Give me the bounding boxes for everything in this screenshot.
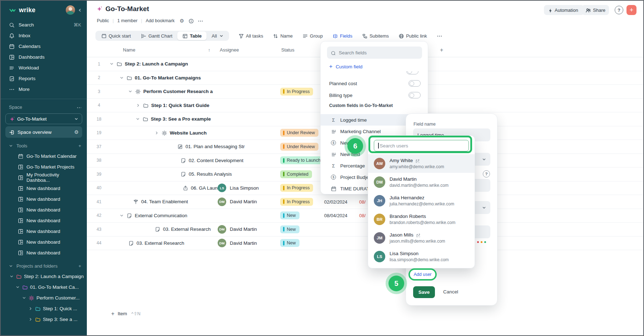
status-badge[interactable]: In Progress: [280, 198, 313, 206]
chevron-right-icon[interactable]: [136, 103, 140, 107]
task-name[interactable]: 02. Content Development: [189, 158, 243, 163]
sidebar-tree-gtm-campaigns[interactable]: 01. Go-To Market Ca...: [1, 282, 87, 292]
start-date[interactable]: 08/04/2024: [324, 213, 347, 218]
task-name[interactable]: 01. Go-To Market Campaigns: [135, 75, 201, 81]
info-icon[interactable]: [188, 18, 193, 23]
sidebar-item-new-dashboard[interactable]: New dashboard: [1, 226, 87, 237]
chevron-down-icon[interactable]: [110, 62, 114, 66]
create-button[interactable]: +: [626, 5, 636, 15]
sidebar-item-inbox[interactable]: Inbox: [1, 30, 87, 41]
chevron-down-icon[interactable]: [16, 285, 20, 289]
group-button[interactable]: Group: [302, 33, 323, 39]
task-name[interactable]: External Communication: [135, 213, 187, 218]
task-name[interactable]: 05. Results Analysis: [189, 171, 232, 177]
status-badge[interactable]: Completed: [280, 170, 312, 178]
chevron-right-icon[interactable]: [155, 131, 159, 135]
sidebar-item-gtm-projects[interactable]: Go-To Market Projects: [1, 161, 87, 172]
sidebar-item-dashboards[interactable]: Dashboards: [1, 52, 87, 62]
task-name[interactable]: 03. External Research: [163, 227, 211, 232]
search-fields-input[interactable]: [338, 50, 418, 56]
table-row[interactable]: 43 03. External Research DM David Martin…: [87, 223, 643, 237]
view-scope-dropdown[interactable]: All: [207, 31, 228, 41]
sidebar-item-productivity-dashboard[interactable]: My Productivity Dashboa...: [1, 172, 87, 183]
sidebar-item-gtm-calendar[interactable]: Go-To Market Calendar: [1, 151, 87, 161]
add-tool-icon[interactable]: +: [78, 143, 81, 148]
user-option[interactable]: AW Amy White amy.white@demo.wrike.com: [368, 154, 475, 173]
user-option[interactable]: BR Brandon Roberts brandon.roberts@demo.…: [368, 210, 475, 229]
toggle-off[interactable]: [408, 92, 421, 98]
space-selector[interactable]: Go-To-Market: [5, 113, 82, 124]
sort-by-name[interactable]: Name: [273, 33, 293, 39]
add-item-button[interactable]: + Item ^⇧N: [87, 307, 643, 321]
chevron-down-icon[interactable]: [128, 89, 132, 93]
filter-all-tasks[interactable]: All tasks: [238, 33, 263, 39]
status-badge[interactable]: New: [280, 225, 299, 233]
sidebar-tree-step1[interactable]: Step 1: Quick ...: [1, 303, 87, 314]
save-button[interactable]: Save: [413, 286, 435, 298]
fields-button[interactable]: Fields: [332, 33, 352, 39]
status-badge[interactable]: Under Review: [280, 143, 318, 151]
cancel-button[interactable]: Cancel: [443, 289, 458, 294]
add-custom-field-button[interactable]: + Custom field: [329, 64, 362, 69]
status-badge[interactable]: Under Review: [280, 129, 318, 137]
sidebar-item-new-dashboard[interactable]: New dashboard: [1, 204, 87, 215]
due-date[interactable]: 08/: [359, 213, 366, 218]
chevron-down-icon[interactable]: [9, 264, 13, 268]
toggle-off[interactable]: [408, 80, 421, 87]
due-date[interactable]: 08/: [359, 199, 366, 204]
chevron-down-icon[interactable]: [9, 144, 13, 148]
add-project-icon[interactable]: +: [78, 263, 81, 269]
assignee-cell[interactable]: DM David Martin: [218, 239, 257, 247]
search-fields-box[interactable]: [327, 47, 422, 59]
public-link-button[interactable]: Public link: [398, 33, 427, 39]
sidebar-tree-step2[interactable]: Step 2: Launch a Campaign: [1, 271, 87, 282]
sidebar-item-new-dashboard[interactable]: New dashboard: [1, 237, 87, 247]
sidebar-item-search[interactable]: Search ⌘K: [1, 19, 87, 30]
visibility-label[interactable]: Public: [97, 18, 109, 23]
user-option[interactable]: LS Lisa Simpson lisa.simpson@demo.wrike.…: [368, 247, 475, 266]
chevron-down-icon[interactable]: [10, 274, 14, 278]
sidebar-item-calendars[interactable]: Calendars: [1, 41, 87, 52]
chevron-down-icon[interactable]: [120, 76, 124, 80]
sort-arrow-icon[interactable]: ↑: [208, 47, 210, 53]
share-button[interactable]: Share: [582, 5, 609, 15]
sidebar-item-more[interactable]: More: [1, 84, 87, 94]
space-more-icon[interactable]: [76, 105, 81, 109]
sidebar-item-new-dashboard[interactable]: New dashboard: [1, 247, 87, 258]
sidebar-tree-step3[interactable]: Step 3: See a ...: [1, 314, 87, 325]
add-user-button[interactable]: Add user: [408, 268, 437, 281]
tab-gantt-chart[interactable]: Gantt Chart: [136, 31, 177, 41]
gear-icon[interactable]: ⚙: [74, 129, 79, 135]
gear-icon[interactable]: ⚙: [179, 18, 184, 23]
status-badge[interactable]: New: [280, 211, 299, 219]
task-name[interactable]: Step 3: See a Pro example: [151, 116, 211, 122]
help-icon[interactable]: ?: [483, 170, 490, 177]
chevron-down-icon[interactable]: [136, 117, 140, 121]
user-option[interactable]: JM Jason Mills jason.mills@demo.wrike.co…: [368, 229, 475, 247]
assignee-cell[interactable]: DM David Martin: [218, 225, 257, 234]
table-row[interactable]: 42 External Communication New 08/04/2024…: [87, 209, 643, 223]
members-label[interactable]: 1 member: [117, 18, 137, 23]
start-date[interactable]: 02/02/2024: [324, 199, 347, 204]
more-dots-icon[interactable]: [198, 18, 203, 23]
column-header-name[interactable]: Name: [123, 47, 135, 53]
tab-quick-start[interactable]: Quick start: [96, 31, 136, 41]
column-header-assignee[interactable]: Assignee: [220, 47, 239, 53]
sidebar-item-new-dashboard[interactable]: New dashboard: [1, 215, 87, 226]
add-bookmark-link[interactable]: Add bookmark: [146, 18, 175, 23]
status-badge[interactable]: In Progress: [280, 184, 313, 192]
chevron-right-icon[interactable]: [29, 317, 33, 321]
table-row[interactable]: 44 03. External Research DM David Martin…: [87, 237, 643, 250]
table-row[interactable]: 41 04. Team Enablement DM David Martin I…: [87, 195, 643, 209]
chevron-down-icon[interactable]: [120, 214, 124, 218]
task-name[interactable]: Website Launch: [170, 130, 207, 136]
task-name[interactable]: Step 1: Quick Start Guide: [151, 103, 209, 108]
automation-button[interactable]: Automation: [544, 5, 584, 15]
task-name[interactable]: Perform Customer Research a: [143, 89, 213, 94]
user-option[interactable]: DM David Martin david.martin@demo.wrike.…: [368, 173, 475, 191]
sidebar-item-workload[interactable]: Workload: [1, 62, 87, 73]
sidebar-item-reports[interactable]: Reports: [1, 73, 87, 84]
tab-table[interactable]: Table: [177, 31, 207, 40]
assignee-cell[interactable]: LS Lisa Simpson: [218, 184, 259, 192]
sidebar-item-new-dashboard[interactable]: New dashboard: [1, 194, 87, 204]
